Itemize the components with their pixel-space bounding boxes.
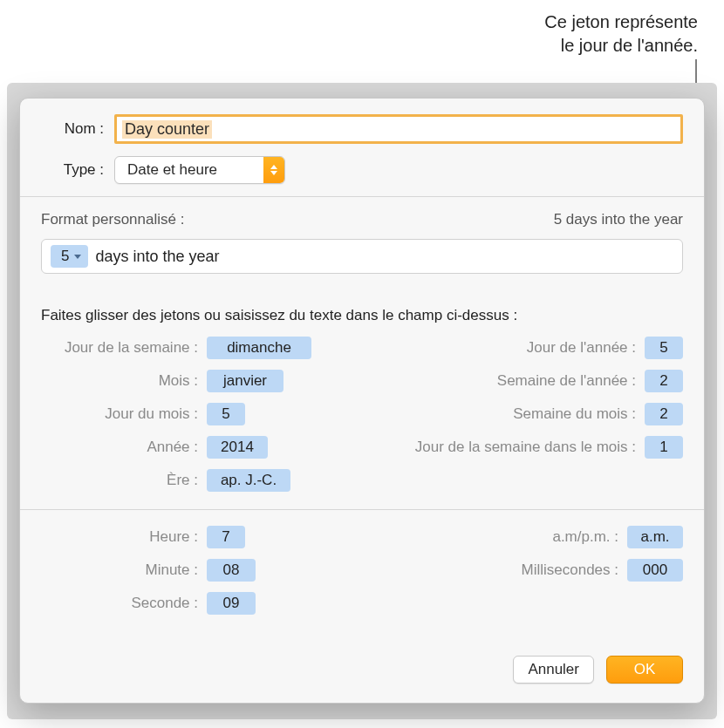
header-section: Nom : Day counter Type : Date et heure [20, 99, 704, 196]
format-header: Format personnalisé : 5 days into the ye… [41, 211, 683, 228]
token-chip-weekday[interactable]: dimanche [207, 337, 311, 359]
name-input[interactable]: Day counter [114, 114, 683, 144]
token-label: Millisecondes : [396, 561, 618, 579]
format-token-day-of-year[interactable]: 5 [51, 245, 88, 268]
ok-button[interactable]: OK [606, 656, 683, 684]
date-tokens-right-col: Jour de l'année : 5 Semaine de l'année :… [339, 335, 683, 493]
cancel-button[interactable]: Annuler [513, 656, 594, 684]
token-chip-year[interactable]: 2014 [207, 436, 268, 459]
token-label: Jour de l'année : [413, 339, 636, 357]
token-chip-week-of-year[interactable]: 2 [645, 370, 683, 392]
format-section: Format personnalisé : 5 days into the ye… [20, 197, 704, 289]
token-label: Jour du mois : [41, 405, 198, 423]
type-label: Type : [41, 161, 104, 179]
format-preview: 5 days into the year [554, 211, 683, 228]
token-row-minute: Minute : 08 [41, 557, 256, 583]
token-row-week-of-year: Semaine de l'année : 2 [413, 368, 683, 394]
token-row-weekday: Jour de la semaine : dimanche [41, 335, 311, 361]
token-label: Jour de la semaine : [41, 339, 198, 357]
name-input-text: Day counter [122, 120, 212, 139]
date-tokens-section: Jour de la semaine : dimanche Mois : jan… [20, 328, 704, 509]
chevron-down-icon [74, 255, 81, 259]
token-text: 5 [61, 248, 69, 265]
token-chip-era[interactable]: ap. J.-C. [207, 469, 290, 492]
token-label: Jour de la semaine dans le mois : [413, 439, 636, 456]
time-tokens-left-col: Heure : 7 Minute : 08 Seconde : 09 [41, 524, 256, 616]
token-chip-second[interactable]: 09 [207, 592, 256, 615]
token-label: Heure : [41, 528, 198, 546]
name-label: Nom : [41, 120, 104, 138]
token-row-milliseconds: Millisecondes : 000 [396, 557, 683, 583]
date-tokens-left-col: Jour de la semaine : dimanche Mois : jan… [41, 335, 311, 493]
time-tokens-right-col: a.m/p.m. : a.m. Millisecondes : 000 [283, 524, 683, 616]
token-row-month: Mois : janvier [41, 368, 311, 394]
type-select[interactable]: Date et heure [114, 156, 285, 184]
format-field[interactable]: 5 days into the year [41, 239, 683, 274]
token-chip-week-of-month[interactable]: 2 [645, 403, 683, 425]
token-label: Ère : [41, 472, 198, 489]
type-row: Type : Date et heure [41, 156, 683, 184]
format-trailing-text: days into the year [95, 248, 219, 266]
token-label: Mois : [41, 372, 198, 390]
time-tokens-section: Heure : 7 Minute : 08 Seconde : 09 a.m/p… [20, 510, 704, 623]
annotation-callout: Ce jeton représente le jour de l'année. [544, 10, 698, 58]
token-label: Semaine de l'année : [413, 372, 636, 390]
token-row-second: Seconde : 09 [41, 590, 256, 616]
token-label: Minute : [41, 561, 198, 579]
stepper-arrows-icon [263, 157, 284, 183]
annotation-line1: Ce jeton représente [544, 12, 698, 31]
token-chip-ampm[interactable]: a.m. [627, 526, 683, 548]
custom-format-dialog: Nom : Day counter Type : Date et heure F… [19, 98, 705, 704]
token-row-year: Année : 2014 [41, 434, 311, 460]
token-chip-day-of-month[interactable]: 5 [207, 403, 245, 425]
format-label: Format personnalisé : [41, 211, 184, 228]
token-chip-month[interactable]: janvier [207, 370, 283, 392]
token-label: Année : [41, 439, 198, 456]
token-label: Seconde : [41, 595, 198, 612]
token-label: a.m/p.m. : [396, 528, 618, 546]
dialog-footer: Annuler OK [20, 642, 704, 703]
token-row-week-of-month: Semaine du mois : 2 [413, 401, 683, 427]
name-row: Nom : Day counter [41, 114, 683, 144]
token-chip-weekday-in-month[interactable]: 1 [645, 436, 683, 459]
token-chip-milliseconds[interactable]: 000 [627, 559, 683, 582]
token-chip-minute[interactable]: 08 [207, 559, 256, 582]
token-row-day-of-month: Jour du mois : 5 [41, 401, 311, 427]
token-chip-day-of-year[interactable]: 5 [645, 337, 683, 359]
instruction-text: Faites glisser des jetons ou saisissez d… [20, 289, 704, 328]
token-row-ampm: a.m/p.m. : a.m. [396, 524, 683, 550]
token-row-hour: Heure : 7 [41, 524, 256, 550]
type-select-value: Date et heure [115, 161, 263, 179]
annotation-line2: le jour de l'année. [561, 36, 698, 55]
token-label: Semaine du mois : [413, 405, 636, 423]
token-chip-hour[interactable]: 7 [207, 526, 245, 548]
token-row-weekday-in-month: Jour de la semaine dans le mois : 1 [413, 434, 683, 460]
token-row-era: Ère : ap. J.-C. [41, 467, 311, 493]
token-row-day-of-year: Jour de l'année : 5 [413, 335, 683, 361]
